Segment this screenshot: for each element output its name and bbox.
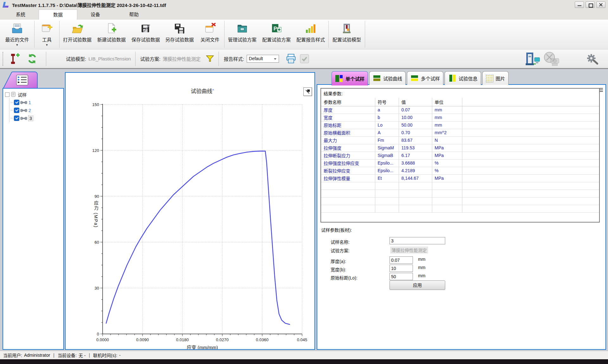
root-checkbox[interactable] xyxy=(5,92,10,97)
specimen-icon xyxy=(20,109,27,112)
chart-marker-button[interactable] xyxy=(303,87,312,96)
tree-item-specimen-3[interactable]: 3 xyxy=(11,114,63,122)
specimen-icon xyxy=(20,116,27,120)
specimen-checkbox[interactable] xyxy=(14,100,19,105)
tab-single-specimen[interactable]: 单个试样 xyxy=(332,71,368,85)
new-file-icon xyxy=(105,22,118,35)
print-button[interactable] xyxy=(285,53,297,64)
tree-item-specimen-2[interactable]: 2 xyxy=(11,106,63,114)
add-specimen-button[interactable] xyxy=(10,53,21,65)
tree-root-label: 试样 xyxy=(18,91,27,98)
toolbar-grip[interactable] xyxy=(3,52,4,66)
specimen-checkbox[interactable] xyxy=(14,116,19,121)
chevron-down-icon: ▼ xyxy=(16,43,19,47)
tools-button[interactable]: 工具 ▼ xyxy=(35,20,59,49)
col-header-symbol: 符号 xyxy=(375,98,399,106)
ribbon-toolbar: 最近的文件 ▼ 工具 ▼ 打开试验数据 xyxy=(0,20,608,49)
picture-icon xyxy=(486,75,493,82)
tab-multi-specimen[interactable]: 多个试样 xyxy=(407,71,443,85)
settings-button[interactable] xyxy=(586,53,599,65)
form-section-label: 试样参数(板材): xyxy=(321,227,352,233)
table-row[interactable]: 断裂拉伸应变Epsilo...4.2189% xyxy=(321,167,599,174)
connection-status xyxy=(543,51,561,66)
open-test-data-button[interactable]: 打开试验数据 xyxy=(60,20,94,49)
minimize-button[interactable] xyxy=(575,2,584,8)
report-style-select[interactable]: Default xyxy=(247,55,279,63)
window-controls xyxy=(575,2,605,8)
toolbar-button-label: 打开试验数据 xyxy=(63,36,92,43)
tab-label: 多个试样 xyxy=(421,75,440,82)
save-test-data-button[interactable]: 保存试验数据 xyxy=(129,20,163,49)
new-test-data-button[interactable]: 新建试验数据 xyxy=(94,20,129,49)
svg-text:0.0090: 0.0090 xyxy=(136,337,149,342)
table-row[interactable]: 拉伸强度SigmaM119.53MPa xyxy=(321,144,599,152)
width-unit: mm xyxy=(418,265,425,270)
filter-funnel-icon[interactable] xyxy=(206,55,214,63)
menu-tab-system[interactable]: 系统 xyxy=(6,9,35,20)
configure-report-style-button[interactable]: 配置报告样式 xyxy=(294,20,328,49)
toolbar-separator xyxy=(224,21,225,48)
configure-test-model-button[interactable]: 配置试验模型 xyxy=(329,20,364,49)
list-icon xyxy=(16,75,28,85)
maximize-button[interactable] xyxy=(586,2,595,8)
tree-item-specimen-1[interactable]: 1 xyxy=(11,98,63,106)
table-row[interactable]: 拉伸弹性模量Et8,144.67MPa xyxy=(321,174,599,182)
specimen-checkbox[interactable] xyxy=(14,108,19,113)
report-style-label: 报告样式: xyxy=(224,55,244,62)
width-input[interactable] xyxy=(390,265,413,272)
apply-check-button[interactable] xyxy=(300,54,309,63)
tab-test-info[interactable]: 试验信息 xyxy=(445,71,481,85)
tab-test-curve[interactable]: 试验曲线 xyxy=(369,71,406,85)
table-row[interactable]: 宽度b10.00mm xyxy=(321,114,599,121)
scheme-folder-icon xyxy=(236,22,249,35)
current-user-label: 当前用户: xyxy=(3,352,22,358)
tab-picture[interactable]: 图片 xyxy=(482,71,509,85)
save-as-test-data-button[interactable]: 另存试验数据 xyxy=(163,20,196,49)
test-info-icon xyxy=(448,74,456,82)
results-header-row: 参数名称 符号 值 单位 xyxy=(321,98,599,106)
current-device-label: 当前设备: xyxy=(58,352,77,358)
col-header-name: 参数名称 xyxy=(321,98,375,106)
specimen-name-input[interactable] xyxy=(390,237,445,244)
tab-label: 单个试样 xyxy=(345,75,364,82)
configure-scheme-button[interactable]: P 配置试验方案 xyxy=(259,20,294,49)
specimen-group-icon xyxy=(10,91,16,97)
single-specimen-icon xyxy=(335,74,343,83)
apply-button[interactable]: 应用 xyxy=(390,280,445,290)
manage-scheme-button[interactable]: 管理试验方案 xyxy=(225,20,259,49)
machine-status-button[interactable] xyxy=(525,52,542,66)
close-file-button[interactable]: 关闭文件 xyxy=(196,20,224,49)
gauge-unit: mm xyxy=(418,273,425,278)
toolbar-button-label: 最近的文件 xyxy=(5,36,29,43)
menu-tab-data[interactable]: 数据 xyxy=(39,9,77,20)
table-row[interactable]: 厚度a0.07mm xyxy=(321,106,599,114)
gauge-length-input[interactable] xyxy=(390,273,413,280)
test-model-value: LIB_PlasticsTension xyxy=(88,56,131,61)
recent-files-button[interactable]: 最近的文件 ▼ xyxy=(1,20,34,49)
table-row-empty xyxy=(321,190,599,197)
specimen-tree-tab[interactable] xyxy=(3,71,38,89)
svg-text:P: P xyxy=(274,26,277,31)
menu-tab-device[interactable]: 设备 xyxy=(81,9,110,20)
test-model-icon xyxy=(340,22,353,35)
table-row[interactable]: 最大力Fm83.67N xyxy=(321,136,599,144)
table-row[interactable]: 原始横截面积A0.70mm^2 xyxy=(321,129,599,136)
table-row[interactable]: 原始标距Lo50.00mm xyxy=(321,121,599,129)
toolbar-separator xyxy=(59,21,60,48)
table-row[interactable]: 拉伸强度拉伸应变Epsilo...3.6688% xyxy=(321,159,599,167)
close-button[interactable] xyxy=(596,2,605,8)
tree-root-specimens[interactable]: 试样 xyxy=(5,91,63,98)
menu-tab-help[interactable]: 帮助 xyxy=(119,9,149,20)
result-tabs: 单个试样 试验曲线 多个试样 试验信息 图片 xyxy=(332,71,509,85)
table-row[interactable]: 拉伸断裂应力SigmaB6.17MPa xyxy=(321,152,599,159)
scheme-label: 试验方案: xyxy=(331,247,350,254)
toolbar-button-label: 配置试验模型 xyxy=(332,36,361,43)
chart-y-axis-label: 应力 (MPa) xyxy=(93,201,99,228)
refresh-button[interactable] xyxy=(27,53,38,64)
toolbar-button-label: 管理试验方案 xyxy=(228,36,256,43)
test-model-label: 试验模型: xyxy=(66,55,86,62)
main-area: 试样 1 2 xyxy=(0,70,608,351)
thickness-input[interactable] xyxy=(390,256,413,264)
toolbar-button-label: 保存试验数据 xyxy=(131,36,160,43)
report-style-chart-icon xyxy=(304,22,317,35)
